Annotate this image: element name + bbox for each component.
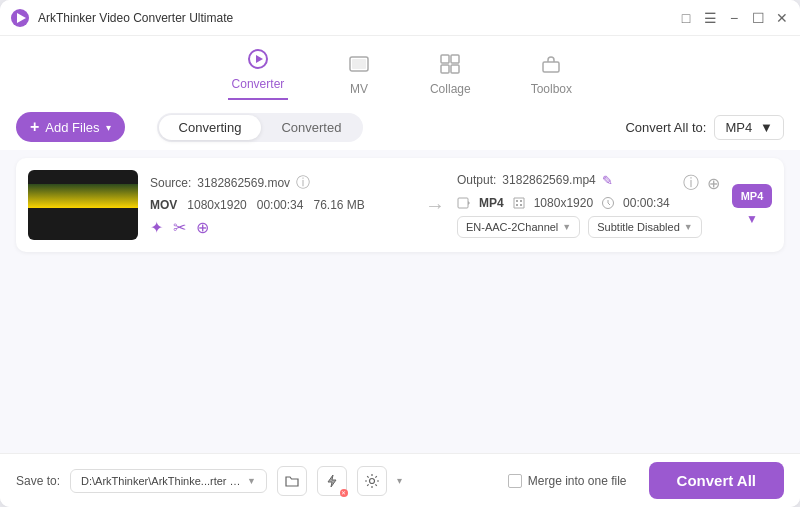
tab-collage-label: Collage [430,82,471,96]
file-resolution: 1080x1920 [187,198,246,212]
settings-arrow: ▾ [397,475,402,486]
output-info-icon[interactable]: ⓘ [683,173,699,194]
svg-point-15 [369,478,374,483]
chat-icon[interactable]: □ [678,10,694,26]
file-meta: MOV 1080x1920 00:00:34 76.16 MB [150,198,413,212]
svg-marker-3 [256,55,263,63]
convert-all-format-value: MP4 [725,120,752,135]
app-title: ArkThinker Video Converter Ultimate [38,11,678,25]
add-files-label: Add Files [45,120,99,135]
tab-switch-converted[interactable]: Converted [261,115,361,140]
svg-marker-12 [468,201,470,205]
save-path-select[interactable]: D:\ArkThinker\ArkThinke...rter Ultimate\… [70,469,267,493]
convert-arrow: → [425,194,445,217]
source-info-icon[interactable]: ⓘ [296,174,310,192]
lightning-icon-button[interactable]: ✕ [317,466,347,496]
output-resolution-icon [512,196,526,210]
convert-tab-switcher: Converting Converted [157,113,364,142]
subtitle-dd-arrow: ▼ [684,222,693,232]
output-info: Output: 3182862569.mp4 ✎ ⓘ ⊕ MP4 1080x19… [457,173,720,238]
tab-switch-converting[interactable]: Converting [159,115,262,140]
svg-rect-9 [451,65,459,73]
cut-icon[interactable]: ✂ [173,218,186,237]
output-filename: 3182862569.mp4 [502,173,595,187]
add-files-button[interactable]: + Add Files ▾ [16,112,125,142]
file-item: Source: 3182862569.mov ⓘ MOV 1080x1920 0… [16,158,784,252]
svg-marker-14 [328,475,336,487]
output-edit-icon[interactable]: ✎ [602,173,613,188]
svg-rect-6 [441,55,449,63]
save-to-label: Save to: [16,474,60,488]
titlebar: ArkThinker Video Converter Ultimate □ ☰ … [0,0,800,36]
source-label: Source: [150,176,191,190]
format-select-arrow: ▼ [760,120,773,135]
toolbar: + Add Files ▾ Converting Converted Conve… [0,104,800,150]
bottom-bar: Save to: D:\ArkThinker\ArkThinke...rter … [0,453,800,507]
tab-converter[interactable]: Converter [218,44,298,104]
output-duration-icon [601,196,615,210]
folder-icon-button[interactable] [277,466,307,496]
file-duration: 00:00:34 [257,198,304,212]
close-button[interactable]: ✕ [774,10,790,26]
merge-label: Merge into one file [528,474,627,488]
save-path-arrow: ▼ [247,476,256,486]
file-thumbnail [28,170,138,240]
format-box-container: MP4 ▼ [732,184,772,226]
output-label: Output: [457,173,496,187]
convert-all-to-label: Convert All to: [625,120,706,135]
add-files-dropdown-arrow: ▾ [106,122,111,133]
output-row1: Output: 3182862569.mp4 ✎ ⓘ ⊕ [457,173,720,194]
format-expand-icon[interactable]: ▼ [746,212,758,226]
tab-toolbox[interactable]: Toolbox [521,49,582,100]
output-duration: 00:00:34 [623,196,670,210]
output-meta: MP4 1080x1920 00:00:34 [457,196,720,210]
sparkle-icon[interactable]: ✦ [150,218,163,237]
tab-collage[interactable]: Collage [420,49,481,100]
effect-icon[interactable]: ⊕ [196,218,209,237]
file-actions: ✦ ✂ ⊕ [150,218,413,237]
file-size: 76.16 MB [313,198,364,212]
convert-all-button[interactable]: Convert All [649,462,784,499]
lightning-badge: ✕ [340,489,348,497]
svg-rect-11 [458,198,468,208]
output-add-icon[interactable]: ⊕ [707,174,720,193]
svg-rect-10 [543,62,559,72]
tab-mv-label: MV [350,82,368,96]
main-content: Source: 3182862569.mov ⓘ MOV 1080x1920 0… [0,150,800,453]
file-format: MOV [150,198,177,212]
plus-icon: + [30,118,39,136]
audio-dropdown[interactable]: EN-AAC-2Channel ▼ [457,216,580,238]
svg-rect-7 [451,55,459,63]
folder-icon [284,473,300,489]
merge-checkbox[interactable] [508,474,522,488]
tab-mv[interactable]: MV [338,49,380,100]
output-video-icon [457,196,471,210]
svg-rect-8 [441,65,449,73]
minimize-button[interactable]: − [726,10,742,26]
window-controls: □ ☰ − ☐ ✕ [678,10,790,26]
collage-icon [439,53,461,78]
save-path-value: D:\ArkThinker\ArkThinke...rter Ultimate\… [81,475,241,487]
output-source-row: Output: 3182862569.mp4 ✎ [457,173,613,188]
settings-icon-button[interactable] [357,466,387,496]
convert-all-format-select[interactable]: MP4 ▼ [714,115,784,140]
tab-toolbox-label: Toolbox [531,82,572,96]
convert-all-to-container: Convert All to: MP4 ▼ [625,115,784,140]
converter-icon [247,48,269,73]
settings-icon [364,473,380,489]
subtitle-dropdown-value: Subtitle Disabled [597,221,680,233]
subtitle-dropdown[interactable]: Subtitle Disabled ▼ [588,216,701,238]
tab-converter-label: Converter [232,77,285,91]
menu-icon[interactable]: ☰ [702,10,718,26]
format-badge-box: MP4 [732,184,772,208]
app-logo [10,8,30,28]
output-dropdowns: EN-AAC-2Channel ▼ Subtitle Disabled ▼ [457,216,720,238]
toolbox-icon [540,53,562,78]
output-resolution: 1080x1920 [534,196,593,210]
output-icons: ⓘ ⊕ [683,173,720,194]
maximize-button[interactable]: ☐ [750,10,766,26]
lightning-icon [324,473,340,489]
merge-checkbox-container[interactable]: Merge into one file [508,474,627,488]
mv-icon [348,53,370,78]
format-badge-value: MP4 [741,190,764,202]
